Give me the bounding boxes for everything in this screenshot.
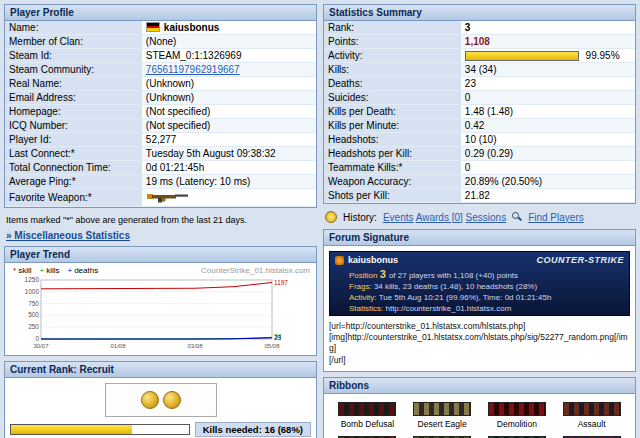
profile-value: (Not specified): [142, 119, 316, 133]
profile-label: Email Address:: [5, 91, 142, 105]
history-link[interactable]: Sessions: [466, 212, 507, 223]
profile-value: 76561197962919667: [142, 63, 316, 77]
statistics-summary-table: Rank:3Points:1,108Activity: 99.95%Kills:…: [324, 21, 635, 203]
profile-label: Player Id:: [5, 133, 142, 147]
profile-value: 0d 01:21:45h: [142, 161, 316, 175]
rank-progress-bar: [10, 424, 190, 435]
rank-coin-icon: [141, 391, 159, 409]
steam-community-link[interactable]: 76561197962919667: [146, 64, 240, 75]
ribbons-panel: Ribbons Bomb DefusalDesert EagleDemoliti…: [323, 377, 636, 438]
rank-progress-row: Kills needed: 16 (68%): [10, 422, 311, 437]
rank-insignia-image: [105, 383, 217, 417]
profile-value: [142, 189, 316, 207]
statistics-summary-title: Statistics Summary: [324, 5, 635, 21]
stats-value: 21.82: [461, 189, 635, 203]
stats-value: 34 (34): [461, 63, 635, 77]
activity-percent: 99.95%: [583, 50, 620, 61]
stats-value: 1,108: [461, 35, 635, 49]
misc-statistics-link[interactable]: » Miscellaneous Statistics: [6, 230, 317, 241]
profile-label: Name:: [5, 21, 142, 35]
stats-label: Rank:: [324, 21, 461, 35]
history-icon: [325, 211, 337, 223]
profile-label: Last Connect:*: [5, 147, 142, 161]
points-value: 1,108: [465, 36, 490, 47]
ribbon-image: [338, 402, 396, 416]
ribbon-label: Bomb Defusal: [332, 419, 403, 429]
search-icon: [512, 212, 522, 222]
legend-label: kills: [46, 266, 59, 275]
legend-glyph: *: [13, 266, 16, 275]
history-link[interactable]: Awards [0]: [416, 212, 463, 223]
left-column: Player Profile Name:kaiusbonusMember of …: [4, 4, 317, 434]
signature-bbcode[interactable]: [url=http://counterstrike_01.hlstatsx.co…: [329, 321, 630, 365]
profile-value: (None): [142, 35, 316, 49]
stats-label: Shots per Kill:: [324, 189, 461, 203]
profile-label: Favorite Weapon:*: [5, 189, 142, 207]
rank-coin-icon: [163, 391, 181, 409]
profile-label: Real Name:: [5, 77, 142, 91]
profile-value: (Not specified): [142, 105, 316, 119]
profile-row: Steam Community:76561197962919667: [5, 63, 316, 77]
stats-row: Activity: 99.95%: [324, 49, 635, 63]
profile-row: Favorite Weapon:*: [5, 189, 316, 207]
stats-value: 23: [461, 77, 635, 91]
ribbon-image: [488, 402, 546, 416]
country-flag-icon: [146, 22, 160, 32]
rank-progress-fill: [11, 425, 132, 434]
stats-value: 0: [461, 91, 635, 105]
profile-label: Total Connection Time:: [5, 161, 142, 175]
profile-row: Name:kaiusbonus: [5, 21, 316, 35]
signature-line-label: Activity:: [349, 293, 379, 302]
profile-row: ICQ Number:(Not specified): [5, 119, 316, 133]
profile-value: Tuesday 5th August 09:38:32: [142, 147, 316, 161]
forum-signature-panel: Forum Signature kaiusbonus COUNTER-STRIK…: [323, 229, 636, 371]
stats-row: Points:1,108: [324, 35, 635, 49]
signature-line: Position 3 of 27 players with 1,108 (+40…: [335, 267, 624, 282]
activity-bar-fill: [466, 52, 578, 60]
svg-text:500: 500: [28, 311, 39, 318]
cs-icon: [335, 256, 344, 265]
profile-label: Steam Community:: [5, 63, 142, 77]
profile-row: Homepage:(Not specified): [5, 105, 316, 119]
stats-label: Teammate Kills:*: [324, 161, 461, 175]
stats-value: 20.89% (20.50%): [461, 175, 635, 189]
find-players-link[interactable]: Find Players: [528, 212, 584, 223]
stats-label: Activity:: [324, 49, 461, 63]
stats-row: Kills per Death:1.48 (1.48): [324, 105, 635, 119]
svg-text:01/08: 01/08: [110, 343, 126, 349]
stats-row: Weapon Accuracy:20.89% (20.50%): [324, 175, 635, 189]
history-label: History:: [343, 212, 377, 223]
profile-row: Email Address:(Unknown): [5, 91, 316, 105]
player-trend-title: Player Trend: [5, 247, 316, 263]
stats-label: Headshots:: [324, 133, 461, 147]
counter-strike-logo: COUNTER-STRIKE: [537, 255, 625, 265]
ribbon-image: [413, 402, 471, 416]
profile-value: 19 ms (Latency: 10 ms): [142, 175, 316, 189]
history-link[interactable]: Events: [383, 212, 414, 223]
right-column: Statistics Summary Rank:3Points:1,108Act…: [323, 4, 636, 434]
stats-value: 99.95%: [461, 49, 635, 63]
kills-needed-label: Kills needed: 16 (68%): [195, 422, 311, 437]
profile-value: 52,277: [142, 133, 316, 147]
stats-label: Kills per Minute:: [324, 119, 461, 133]
ribbon-item: Bomb Defusal: [332, 402, 403, 429]
stats-value: 3: [461, 21, 635, 35]
profile-label: Average Ping:*: [5, 175, 142, 189]
ribbon-item: Demolition: [482, 402, 553, 429]
stats-label: Points:: [324, 35, 461, 49]
page: Player Profile Name:kaiusbonusMember of …: [0, 0, 640, 438]
svg-text:750: 750: [28, 300, 39, 307]
player-trend-chart-area: *skill+kills+deathsCounterStrike_01.hlst…: [5, 263, 316, 355]
stats-label: Headshots per Kill:: [324, 147, 461, 161]
player-profile-table: Name:kaiusbonusMember of Clan:(None)Stea…: [5, 21, 316, 207]
history-links: Events Awards [0] Sessions: [383, 212, 506, 223]
svg-text:1197: 1197: [274, 279, 288, 286]
profile-value: (Unknown): [142, 91, 316, 105]
ribbon-label: Desert Eagle: [407, 419, 478, 429]
legend-label: skill: [18, 266, 31, 275]
stats-row: Teammate Kills:*0: [324, 161, 635, 175]
signature-line-text: 34 kills, 23 deaths (1.48), 10 headshots…: [374, 282, 537, 291]
profile-label: ICQ Number:: [5, 119, 142, 133]
profile-row: Real Name:(Unknown): [5, 77, 316, 91]
profile-row: Average Ping:*19 ms (Latency: 10 ms): [5, 175, 316, 189]
